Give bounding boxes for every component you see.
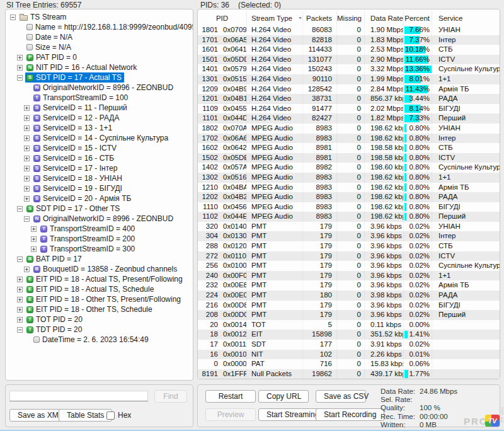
expand-icon[interactable] — [24, 176, 30, 181]
collapse-icon[interactable] — [24, 216, 30, 222]
expand-icon[interactable] — [24, 125, 30, 131]
table-row[interactable]: 18010x0709H.264 Video8608301.90 Mbps7.66… — [198, 25, 500, 35]
expand-icon[interactable] — [31, 246, 37, 252]
table-row[interactable]: 2080x00D0PMT17903.96 kbps0.02%Перший — [198, 310, 500, 320]
tree-item[interactable]: SServiceID = 15 - ICTV — [6, 143, 193, 153]
table-row[interactable]: 3200x0140PMT17903.96 kbps0.02%УНІАН — [198, 222, 500, 232]
tree-item[interactable]: TTransportStreamID = 200 — [6, 234, 193, 244]
preview-button[interactable]: Preview — [205, 408, 256, 421]
tree-item[interactable]: TS Stream — [6, 12, 193, 22]
tree-item[interactable]: Size = N/A — [6, 42, 193, 52]
tree-item[interactable]: TTransportStreamID = 400 — [6, 224, 193, 234]
copy-url-button[interactable]: Copy URL — [258, 390, 309, 403]
save-as-csv-button[interactable]: Save as CSV — [316, 390, 366, 403]
table-row[interactable]: 00x0000PAT716015.83 kbps0.06% — [198, 359, 500, 369]
expand-icon[interactable] — [24, 196, 30, 202]
table-row[interactable]: 200x0014TOT500.11 kbps0.00% — [198, 320, 500, 330]
tree-item[interactable]: EEIT PID = 18 - Actual TS, Schedule — [6, 284, 193, 294]
tree-item[interactable]: Name = http://192.168.1.18:9999/zeonbud/… — [6, 22, 193, 32]
tree-item[interactable]: SServiceID = 12 - РАДА — [6, 113, 193, 123]
table-row[interactable]: 17010x06A5H.264 Video8281801.83 Mbps7.37… — [198, 35, 500, 45]
column-header-pid[interactable]: PID — [198, 11, 247, 25]
expand-icon[interactable] — [17, 65, 23, 71]
expand-icon[interactable] — [31, 236, 37, 242]
restart-button[interactable]: Restart — [205, 390, 256, 403]
column-header-data-rate[interactable]: Data Rate — [365, 11, 404, 25]
tree-item[interactable]: TTransportStreamID = 300 — [6, 244, 193, 254]
table-row[interactable]: 15020x05DEMPEG Audio89810198.58 kbps0.80… — [198, 153, 500, 163]
hex-checkbox[interactable] — [106, 411, 115, 420]
table-row[interactable]: 11020x044EMPEG Audio89830198.62 kbps0.80… — [198, 212, 500, 222]
tree-item[interactable]: EEIT PID = 18 - Other TS, Present/Follow… — [6, 294, 193, 304]
tree-item[interactable]: SServiceID = 16 - СТБ — [6, 153, 193, 163]
tree-item[interactable]: NNIT PID = 16 - Actual Network — [6, 62, 193, 72]
tree-item[interactable]: SSDT PID = 17 - Other TS — [6, 204, 193, 214]
table-row[interactable]: 14010x0579H.264 Video15024303.32 Mbps13.… — [198, 64, 500, 74]
collapse-icon[interactable] — [10, 14, 16, 20]
table-row[interactable]: 12090x04B9H.264 Video12854202.84 Mbps11.… — [198, 84, 500, 95]
table-row[interactable]: 2720x0110PMT17903.96 kbps0.02%ICTV — [198, 251, 500, 261]
collapse-icon[interactable] — [17, 206, 23, 212]
expand-icon[interactable] — [17, 277, 23, 282]
expand-icon[interactable] — [24, 267, 30, 272]
tree-item[interactable]: SServiceID = 18 - УНІАН — [6, 173, 193, 183]
column-header-stream-type[interactable]: Stream Type▼ — [247, 11, 303, 25]
table-row[interactable]: 16020x0642MPEG Audio89810198.58 kbps0.80… — [198, 143, 500, 153]
table-row[interactable]: 81910x1FFFNull Packets198620439.17 kbps1… — [198, 369, 500, 379]
table-row[interactable]: 170x0011SDT17703.91 kbps0.02% — [198, 340, 500, 350]
table-row[interactable]: 11010x044DH.264 Video8242701.82 Mbps7.33… — [198, 113, 500, 124]
table-row[interactable]: 14020x057AMPEG Audio89820198.60 kbps0.80… — [198, 163, 500, 173]
table-row[interactable]: 16010x0641H.264 Video11443302.53 Mbps10.… — [198, 45, 500, 55]
table-row[interactable]: 2560x0100PMT17903.96 kbps0.02%Суспільне … — [198, 261, 500, 271]
table-row[interactable]: 2320x00E8PMT17903.96 kbps0.02%Армія ТБ — [198, 280, 500, 290]
tree-item[interactable]: DateTime = 2. 6. 2023 16:54:49 — [6, 335, 193, 345]
column-header-missing[interactable]: Missing — [337, 11, 365, 25]
table-stats-button[interactable]: Table Stats — [59, 409, 112, 422]
table-row[interactable]: 13010x0515H.264 Video9011001.99 Mbps8.01… — [198, 74, 500, 84]
collapse-icon[interactable] — [17, 256, 23, 262]
column-header-packets[interactable]: Packets — [303, 11, 337, 25]
table-row[interactable]: 2160x00D8PMT17903.96 kbps0.02%БІГУДІ — [198, 301, 500, 311]
collapse-icon[interactable] — [17, 327, 23, 333]
pid-table-header[interactable]: PIDStream Type▼PacketsMissingData RatePe… — [198, 11, 500, 25]
expand-icon[interactable] — [24, 186, 30, 192]
column-header-percent[interactable]: Percent — [404, 11, 432, 25]
table-row[interactable]: 2240x00E0PMT18003.98 kbps0.02%РАДА — [198, 290, 500, 301]
expand-icon[interactable] — [17, 297, 23, 302]
expand-icon[interactable] — [17, 317, 23, 323]
tree-item[interactable]: TTDT PID = 20 — [6, 325, 193, 335]
table-row[interactable]: 12100x04BAMPEG Audio89830198.62 kbps0.80… — [198, 183, 500, 193]
table-row[interactable]: 180x0012EIT158980351.52 kbps1.41% — [198, 330, 500, 340]
find-button[interactable]: Find — [154, 390, 187, 403]
tree-item[interactable]: SSDT PID = 17 - Actual TS — [6, 72, 193, 83]
table-row[interactable]: 2880x0120PMT17903.96 kbps0.02%СТБ — [198, 241, 500, 251]
tree-item[interactable]: SServiceID = 13 - 1+1 — [6, 123, 193, 133]
column-header-service[interactable]: Service — [432, 11, 500, 25]
table-row[interactable]: 11100x0456MPEG Audio89830198.62 kbps0.80… — [198, 202, 500, 212]
table-row[interactable]: 2400x00F0PMT17903.96 kbps0.02%1+1 — [198, 271, 500, 281]
table-row[interactable]: 18020x070AMPEG Audio89830198.62 kbps0.80… — [198, 124, 500, 134]
expand-icon[interactable] — [24, 146, 30, 151]
expand-icon[interactable] — [17, 287, 23, 292]
tree-item[interactable]: SServiceID = 14 - Суспільне Культура — [6, 133, 193, 143]
tree-item[interactable]: EEIT PID = 18 - Actual TS, Present/Follo… — [6, 274, 193, 284]
tree-item[interactable]: SServiceID = 19 - БІГУДІ — [6, 183, 193, 193]
expand-icon[interactable] — [17, 307, 23, 313]
tree-item[interactable]: PPAT PID = 0 — [6, 52, 193, 62]
table-row[interactable]: 13020x0516MPEG Audio89830198.62 kbps0.80… — [198, 173, 500, 183]
start-recording-button[interactable]: Start Recording — [316, 408, 384, 421]
expand-icon[interactable] — [24, 135, 30, 141]
table-row[interactable]: 15010x05DDH.264 Video13107702.90 Mbps11.… — [198, 55, 500, 65]
tree-item[interactable]: EEIT PID = 18 - Other TS, Schedule — [6, 304, 193, 314]
table-row[interactable]: 160x0010NIT10202.26 kbps0.01% — [198, 350, 500, 360]
expand-icon[interactable] — [17, 55, 23, 60]
tree-item[interactable]: SServiceID = 20 - Армія ТБ — [6, 193, 193, 204]
tree-item[interactable]: TTransportStreamID = 100 — [6, 93, 193, 103]
expand-icon[interactable] — [24, 115, 30, 121]
expand-icon[interactable] — [24, 156, 30, 161]
find-input[interactable] — [9, 391, 148, 401]
expand-icon[interactable] — [24, 105, 30, 111]
tree-item[interactable]: TTOT PID = 20 — [6, 314, 193, 325]
tree-item[interactable]: NOriginalNetworkID = 8996 - ZEONBUD — [6, 214, 193, 224]
table-row[interactable]: 3040x0130PMT17903.96 kbps0.02%Інтер — [198, 231, 500, 241]
